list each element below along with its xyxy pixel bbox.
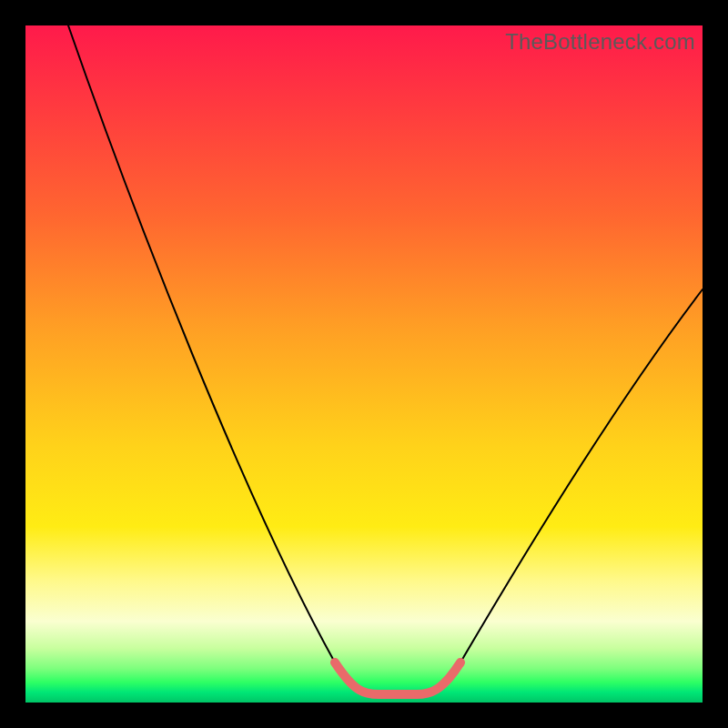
- plot-area: TheBottleneck.com: [25, 25, 703, 703]
- chart-frame: TheBottleneck.com: [0, 0, 728, 728]
- curve-layer: [25, 25, 703, 703]
- bottleneck-curve: [68, 25, 703, 694]
- bottom-accent: [335, 662, 460, 694]
